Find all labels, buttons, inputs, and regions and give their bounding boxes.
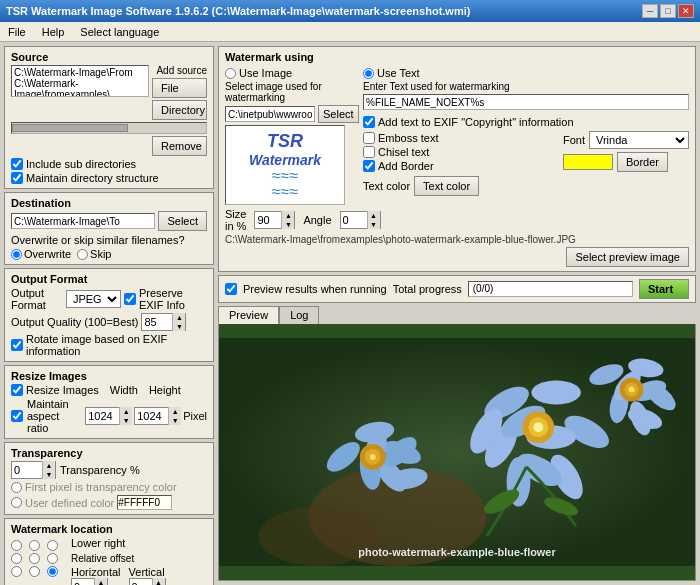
source-row: C:\Watermark-Image\From C:\Watermark-Ima… (11, 65, 207, 120)
quality-up[interactable]: ▲ (173, 313, 185, 322)
size-down[interactable]: ▼ (282, 220, 294, 229)
resize-values-row: Maintain aspect ratio ▲ ▼ ▲ ▼ Pixel (11, 398, 207, 434)
transparency-spinbox[interactable]: ▲ ▼ (11, 461, 56, 479)
add-border-checkbox[interactable] (363, 160, 375, 172)
image-column: Use Image Select image used for watermar… (225, 65, 355, 232)
watermark-logo-text: Watermark (249, 152, 321, 168)
select-preview-button[interactable]: Select preview image (566, 247, 689, 267)
height-spinbox[interactable]: ▲ ▼ (134, 407, 179, 425)
output-format-section: Output Format Output Format JPEG PNG BMP… (4, 268, 214, 362)
overwrite-option: Overwrite (11, 248, 71, 260)
loc-ml[interactable] (11, 553, 22, 564)
log-tab[interactable]: Log (279, 306, 319, 324)
width-input[interactable] (86, 408, 119, 424)
destination-select-button[interactable]: Select (158, 211, 207, 231)
preview-tab[interactable]: Preview (218, 306, 279, 324)
watermark-text-input[interactable] (363, 94, 689, 110)
image-path-row: Select (225, 105, 355, 123)
width-spinbox[interactable]: ▲ ▼ (85, 407, 130, 425)
width-up[interactable]: ▲ (120, 407, 132, 416)
first-pixel-radio[interactable] (11, 482, 22, 493)
font-select[interactable]: Vrinda Arial (589, 131, 689, 149)
maintain-aspect-checkbox[interactable] (11, 410, 23, 422)
add-source-label: Add source (156, 65, 207, 76)
h-label: Horizontal (71, 566, 121, 578)
transparency-up[interactable]: ▲ (43, 461, 55, 470)
remove-button[interactable]: Remove (152, 136, 207, 156)
menu-select-language[interactable]: Select language (76, 25, 163, 39)
v-up[interactable]: ▲ (153, 578, 165, 585)
border-button[interactable]: Border (617, 152, 668, 172)
use-text-row: Use Text (363, 67, 689, 79)
tsr-text: TSR (249, 131, 321, 152)
text-color-row: Text color Text color (363, 176, 689, 196)
use-text-radio[interactable] (363, 68, 374, 79)
preview-bar: Preview results when running Total progr… (218, 275, 696, 303)
preserve-exif-checkbox[interactable] (124, 293, 136, 305)
directory-button[interactable]: Directory (152, 100, 207, 120)
v-offset: Vertical ▲ ▼ (129, 566, 166, 585)
color-input[interactable] (117, 495, 172, 510)
chisel-checkbox[interactable] (363, 146, 375, 158)
rotate-checkbox[interactable] (11, 339, 23, 351)
destination-input[interactable] (11, 213, 155, 229)
resize-images-checkbox[interactable] (11, 384, 23, 396)
loc-mr[interactable] (47, 553, 58, 564)
size-up[interactable]: ▲ (282, 211, 294, 220)
add-text-exif-checkbox[interactable] (363, 116, 375, 128)
transparency-input[interactable] (12, 462, 42, 478)
loc-tl[interactable] (11, 540, 22, 551)
maintain-dir-checkbox[interactable] (11, 172, 23, 184)
v-spinbox[interactable]: ▲ ▼ (129, 578, 166, 585)
skip-radio[interactable] (77, 249, 88, 260)
close-button[interactable]: ✕ (678, 4, 694, 18)
loc-tc[interactable] (29, 540, 40, 551)
quality-spinbox[interactable]: ▲ ▼ (141, 313, 186, 331)
quality-input[interactable] (142, 314, 172, 330)
loc-tr[interactable] (47, 540, 58, 551)
source-section: Source C:\Watermark-Image\From C:\Waterm… (4, 46, 214, 189)
loc-bl[interactable] (11, 566, 22, 577)
user-defined-radio[interactable] (11, 497, 22, 508)
preview-running-checkbox[interactable] (225, 283, 237, 295)
include-sub-checkbox[interactable] (11, 158, 23, 170)
transparency-down[interactable]: ▼ (43, 470, 55, 479)
file-button[interactable]: File (152, 78, 207, 98)
minimize-button[interactable]: ─ (642, 4, 658, 18)
maximize-button[interactable]: □ (660, 4, 676, 18)
h-input[interactable] (72, 579, 94, 585)
transparency-section: Transparency ▲ ▼ Transparency % First pi… (4, 442, 214, 515)
source-scrollbar[interactable] (11, 122, 207, 134)
overwrite-radio[interactable] (11, 249, 22, 260)
select-image-button[interactable]: Select (318, 105, 359, 123)
height-up[interactable]: ▲ (169, 407, 181, 416)
use-image-radio[interactable] (225, 68, 236, 79)
v-input[interactable] (130, 579, 152, 585)
emboss-checkbox[interactable] (363, 132, 375, 144)
loc-mc[interactable] (29, 553, 40, 564)
width-down[interactable]: ▼ (120, 416, 132, 425)
width-label: Width (110, 384, 138, 396)
resize-images-row: Resize Images Width Height (11, 384, 207, 396)
source-path-input[interactable]: C:\Watermark-Image\From C:\Watermark-Ima… (11, 65, 149, 97)
h-up[interactable]: ▲ (95, 578, 107, 585)
start-button[interactable]: Start (639, 279, 689, 299)
size-spinbox[interactable]: ▲ ▼ (254, 211, 295, 229)
height-down[interactable]: ▼ (169, 416, 181, 425)
chisel-label: Chisel text (378, 146, 429, 158)
quality-down[interactable]: ▼ (173, 322, 185, 331)
text-color-button[interactable]: Text color (414, 176, 479, 196)
size-input[interactable] (255, 212, 281, 228)
menu-help[interactable]: Help (38, 25, 69, 39)
format-select[interactable]: JPEG PNG BMP (66, 290, 121, 308)
height-input[interactable] (135, 408, 168, 424)
watermark-preview-box: TSR Watermark ≈≈≈≈≈≈ (225, 125, 345, 205)
h-spinbox[interactable]: ▲ ▼ (71, 578, 108, 585)
height-spinner: ▲ ▼ (168, 407, 181, 425)
image-path-input[interactable] (225, 106, 315, 122)
loc-br[interactable] (47, 566, 58, 577)
loc-bc[interactable] (29, 566, 40, 577)
add-text-exif-row: Add text to EXIF "Copyright" information (363, 116, 689, 128)
menu-file[interactable]: File (4, 25, 30, 39)
h-offset: Horizontal ▲ ▼ (71, 566, 121, 585)
